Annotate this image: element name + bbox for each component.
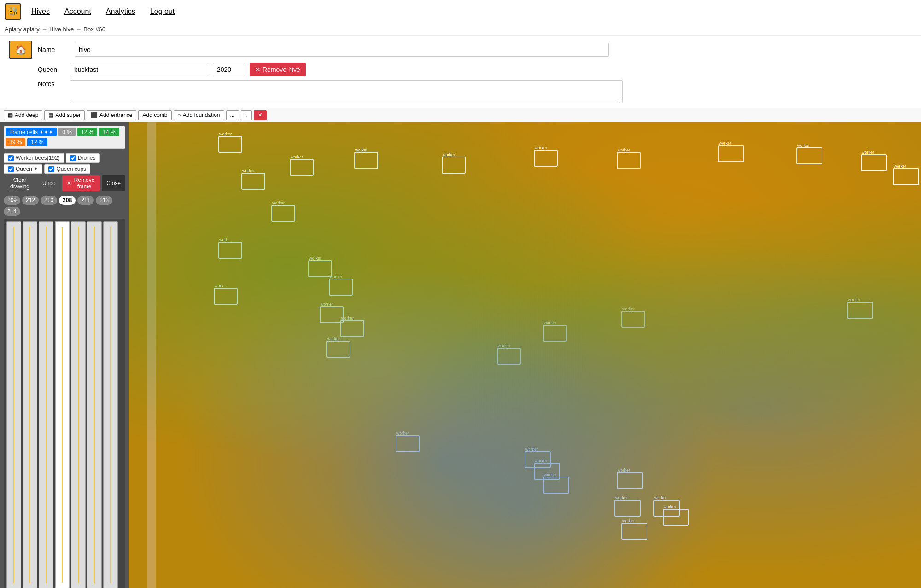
svg-text:worker: worker	[861, 150, 874, 155]
svg-text:worker: worker	[615, 495, 628, 500]
hive-form: 🏠 Name Queen ✕ Remove hive Notes	[0, 36, 921, 108]
svg-text:worker: worker	[617, 468, 630, 472]
breadcrumb-arrow-1: →	[41, 26, 47, 33]
breadcrumb: Apiary apiary → Hive hive → Box #60	[0, 23, 921, 36]
remove-frame-x-icon: ✕	[67, 180, 71, 186]
worker-bees-label: Worker bees(192)	[16, 155, 60, 161]
frame-num-208[interactable]: 208	[59, 196, 76, 205]
queen-cups-checkbox-label[interactable]: Queen cups	[44, 164, 90, 174]
add-super-button[interactable]: ▤ Add super	[44, 110, 85, 120]
pct-14-badge: 14 %	[99, 128, 119, 136]
svg-text:worker: worker	[442, 152, 455, 157]
toolbar-close-button[interactable]: ✕	[254, 110, 267, 120]
frame-num-212[interactable]: 212	[22, 196, 39, 205]
queen-year-input[interactable]	[213, 63, 245, 76]
frame-col-4-active[interactable]	[55, 221, 70, 588]
nav-account[interactable]: Account	[62, 6, 94, 17]
breadcrumb-apiary[interactable]: Apiary apiary	[5, 26, 40, 33]
breadcrumb-arrow-2: →	[76, 26, 82, 33]
honeycomb-image-area: worker worker worker worker worker worke…	[129, 122, 921, 588]
svg-text:work...: work...	[219, 238, 232, 242]
drones-checkbox-label[interactable]: Drones	[66, 153, 100, 163]
nav-analytics[interactable]: Analytics	[103, 6, 138, 17]
nav-hives[interactable]: Hives	[29, 6, 52, 17]
svg-text:worker: worker	[543, 472, 556, 477]
add-foundation-button[interactable]: ○ Add foundation	[174, 110, 224, 120]
svg-text:worker: worker	[893, 164, 906, 169]
frame-col-7[interactable]	[103, 221, 118, 588]
svg-text:worker: worker	[219, 132, 232, 136]
frame-num-209[interactable]: 209	[4, 196, 20, 205]
breadcrumb-box[interactable]: Box #60	[83, 26, 105, 33]
sidebar: Frame cells ✦✦✦ 0 % 12 % 14 % 39 % 12 % …	[0, 122, 129, 588]
frame-col-6[interactable]	[87, 221, 102, 588]
nav-links: Hives Account Analytics Log out	[29, 6, 177, 17]
svg-text:worker: worker	[320, 302, 333, 307]
clear-drawing-button[interactable]: Clear drawing	[4, 175, 36, 191]
nav-bar: 🐝 Hives Account Analytics Log out	[0, 0, 921, 23]
pct-12b-badge: 12 %	[27, 138, 47, 146]
svg-text:worker: worker	[622, 307, 635, 311]
breadcrumb-hive[interactable]: Hive hive	[49, 26, 74, 33]
svg-text:worker: worker	[497, 343, 510, 348]
toolbar-close-icon: ✕	[258, 112, 262, 118]
frame-num-210[interactable]: 210	[41, 196, 57, 205]
frame-col-1[interactable]	[6, 221, 21, 588]
svg-text:worker: worker	[534, 459, 547, 463]
queen-cups-checkbox[interactable]	[48, 166, 54, 172]
queen-input[interactable]	[70, 63, 208, 76]
svg-text:worker: worker	[242, 169, 255, 173]
worker-bees-checkbox[interactable]	[8, 155, 14, 161]
frame-num-213[interactable]: 213	[96, 196, 112, 205]
name-row: 🏠 Name	[9, 41, 912, 59]
toolbar-row-1: ▦ Add deep ▤ Add super ⬛ Add entrance Ad…	[0, 108, 921, 122]
down-arrow-icon: ↓	[245, 112, 248, 118]
remove-hive-label: Remove hive	[262, 66, 300, 73]
queen-marker-checkbox-label[interactable]: Queen ✦	[4, 164, 42, 174]
queen-marker-checkbox[interactable]	[8, 166, 14, 172]
svg-rect-0	[129, 122, 921, 588]
main-content: Frame cells ✦✦✦ 0 % 12 % 14 % 39 % 12 % …	[0, 122, 921, 588]
honeycomb-svg: worker worker worker worker worker worke…	[129, 122, 921, 588]
queen-cups-label: Queen cups	[56, 166, 86, 172]
add-entrance-icon: ⬛	[91, 112, 98, 118]
frame-numbers: 209 212 210 208 211 213 214	[4, 196, 125, 216]
add-deep-button[interactable]: ▦ Add deep	[4, 110, 42, 120]
undo-button[interactable]: Undo	[38, 175, 60, 191]
pct-39-badge: 39 %	[6, 138, 25, 146]
frame-col-2[interactable]	[23, 221, 37, 588]
toolbar-row-2: Frame cells ✦✦✦ 0 % 12 % 14 % 39 % 12 %	[4, 126, 125, 149]
frame-num-214[interactable]: 214	[4, 207, 20, 216]
frames-container	[4, 219, 125, 588]
add-entrance-button[interactable]: ⬛ Add entrance	[87, 110, 136, 120]
notes-row: Notes	[9, 80, 912, 103]
close-frame-button[interactable]: Close	[102, 175, 125, 191]
drones-checkbox[interactable]	[70, 155, 76, 161]
more-button[interactable]: ...	[226, 110, 239, 120]
svg-text:worker: worker	[654, 495, 667, 500]
frame-cells-badge[interactable]: Frame cells ✦✦✦	[6, 128, 57, 136]
add-comb-button[interactable]: Add comb	[138, 110, 171, 120]
svg-text:worker: worker	[272, 201, 285, 205]
svg-text:worker: worker	[290, 155, 303, 159]
remove-frame-label: Remove frame	[73, 177, 96, 190]
svg-text:worker: worker	[534, 146, 547, 150]
nav-logout[interactable]: Log out	[147, 6, 177, 17]
down-arrow-button[interactable]: ↓	[241, 110, 252, 120]
add-super-icon: ▤	[48, 112, 53, 118]
remove-hive-button[interactable]: ✕ Remove hive	[250, 63, 306, 76]
drones-label: Drones	[78, 155, 96, 161]
worker-bees-checkbox-label[interactable]: Worker bees(192)	[4, 153, 64, 163]
app-logo[interactable]: 🐝	[5, 3, 21, 20]
add-deep-icon: ▦	[8, 112, 13, 118]
frame-num-211[interactable]: 211	[77, 196, 94, 205]
notes-textarea[interactable]	[70, 80, 623, 103]
add-foundation-icon: ○	[178, 112, 181, 118]
svg-text:worker: worker	[327, 337, 340, 341]
name-input[interactable]	[75, 43, 609, 57]
svg-text:worker: worker	[525, 447, 538, 452]
remove-frame-button[interactable]: ✕ Remove frame	[62, 175, 100, 191]
svg-text:worker: worker	[341, 316, 354, 320]
frame-col-5[interactable]	[71, 221, 86, 588]
frame-col-3[interactable]	[39, 221, 53, 588]
